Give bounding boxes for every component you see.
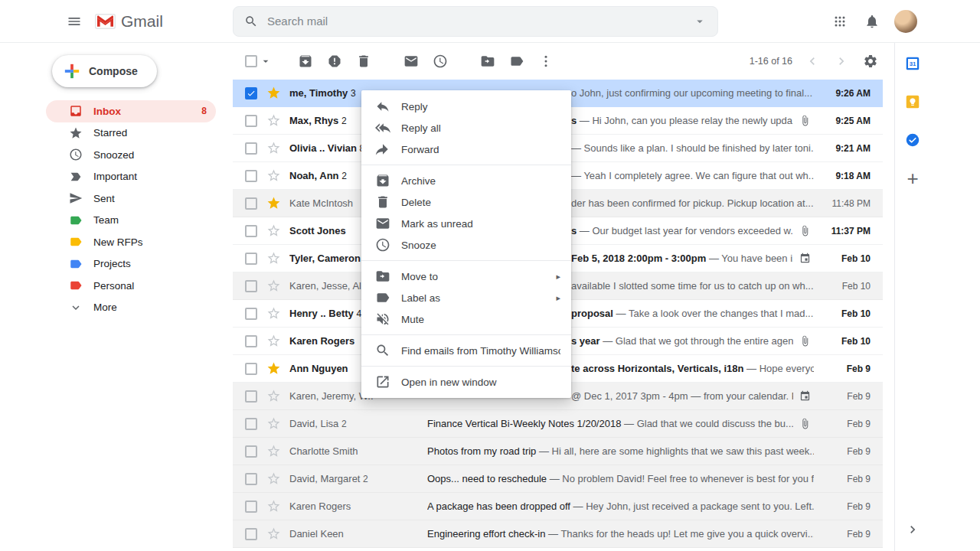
snoozed-icon	[69, 148, 83, 161]
row-checkbox[interactable]	[245, 363, 257, 375]
newer-button[interactable]	[805, 54, 820, 69]
row-checkbox[interactable]	[245, 225, 257, 237]
star-filled-icon[interactable]	[266, 196, 281, 210]
calendar-panel-button[interactable]: 31	[906, 57, 920, 70]
row-checkbox[interactable]	[245, 170, 257, 182]
email-row[interactable]: Charlotte SmithPhotos from my road trip …	[233, 438, 883, 465]
row-checkbox[interactable]	[245, 115, 257, 127]
search-options-icon[interactable]	[693, 15, 707, 28]
sidebar-item-team[interactable]: Team	[46, 210, 216, 232]
star-outline-icon[interactable]	[266, 279, 281, 293]
email-row[interactable]: Karen RogersA package has been dropped o…	[233, 493, 883, 520]
tasks-panel-button[interactable]	[906, 133, 920, 147]
menu-divider	[361, 366, 571, 367]
mark-as-read-button[interactable]	[403, 54, 419, 69]
menu-item-archive[interactable]: Archive	[361, 170, 571, 191]
main-menu-button[interactable]	[64, 11, 84, 31]
menu-item-reply-all[interactable]: Reply all	[361, 117, 571, 139]
star-filled-icon[interactable]	[266, 361, 281, 376]
row-checkbox[interactable]	[245, 418, 257, 430]
row-checkbox[interactable]	[245, 390, 257, 403]
sidebar-item-new-rfps[interactable]: New RFPs	[46, 231, 216, 253]
delete-button[interactable]	[356, 54, 371, 69]
user-avatar[interactable]	[894, 10, 917, 33]
menu-item-label: Snooze	[401, 240, 560, 251]
settings-button[interactable]	[863, 54, 878, 69]
gmail-logo[interactable]: Gmail	[95, 12, 163, 31]
compose-button[interactable]: Compose	[52, 55, 157, 87]
labels-button[interactable]	[509, 54, 524, 69]
email-row[interactable]: David, Lisa 2Finance Vertical Bi-Weekly …	[233, 410, 883, 438]
row-checkbox[interactable]	[245, 445, 257, 458]
row-checkbox[interactable]	[245, 335, 257, 347]
sidebar-item-more[interactable]: More	[46, 297, 216, 319]
menu-item-delete[interactable]: Delete	[361, 191, 571, 213]
star-outline-icon[interactable]	[266, 168, 281, 183]
email-row[interactable]: David, Margaret 2Oops... need to resched…	[233, 465, 883, 493]
label-as-icon	[375, 290, 390, 305]
keep-panel-button[interactable]	[906, 95, 920, 109]
notifications-bell-button[interactable]	[862, 11, 882, 31]
row-checkbox[interactable]	[245, 500, 257, 513]
unread-count: 8	[201, 106, 207, 116]
star-outline-icon[interactable]	[266, 416, 281, 431]
row-checkbox[interactable]	[245, 280, 257, 292]
menu-item-mute[interactable]: Mute	[361, 308, 571, 330]
sidebar-item-important[interactable]: Important	[46, 166, 216, 188]
menu-item-find-emails-from-timothy-williamson[interactable]: Find emails from Timothy Williamson	[361, 340, 571, 361]
row-checkbox[interactable]	[245, 197, 257, 210]
row-checkbox[interactable]	[245, 308, 257, 320]
menu-item-forward[interactable]: Forward	[361, 139, 571, 160]
select-dropdown-icon[interactable]	[260, 55, 272, 67]
select-all-checkbox[interactable]	[245, 55, 257, 67]
menu-item-label-as[interactable]: Label as▸	[361, 287, 571, 308]
row-checkbox[interactable]	[245, 473, 257, 485]
menu-item-mark-as-unread[interactable]: Mark as unread	[361, 213, 571, 234]
star-outline-icon[interactable]	[266, 141, 281, 155]
apps-grid-button[interactable]	[830, 11, 850, 31]
search-bar[interactable]	[233, 6, 718, 37]
star-outline-icon[interactable]	[266, 251, 281, 266]
search-icon[interactable]	[244, 15, 258, 28]
sidebar-item-starred[interactable]: Starred	[46, 122, 216, 145]
star-outline-icon[interactable]	[266, 471, 281, 486]
menu-item-snooze[interactable]: Snooze	[361, 234, 571, 256]
star-outline-icon[interactable]	[266, 499, 281, 514]
menu-item-open-in-new-window[interactable]: Open in new window	[361, 371, 571, 393]
sidebar-item-sent[interactable]: Sent	[46, 187, 216, 210]
menu-item-reply[interactable]: Reply	[361, 96, 571, 117]
subject-snippet: Oops... need to reschedule — No problem …	[427, 473, 814, 484]
timestamp: Feb 9	[814, 446, 871, 457]
get-addons-button[interactable]: +	[906, 171, 920, 185]
more-options-button[interactable]	[538, 54, 554, 69]
star-outline-icon[interactable]	[266, 389, 281, 403]
row-checkbox[interactable]	[245, 528, 257, 540]
star-outline-icon[interactable]	[266, 444, 281, 458]
list-toolbar: 1-16 of 16	[233, 43, 883, 80]
menu-item-label: Forward	[401, 144, 560, 155]
archive-button[interactable]	[298, 54, 313, 69]
star-outline-icon[interactable]	[266, 306, 281, 321]
row-checkbox[interactable]	[245, 87, 257, 99]
collapse-panel-button[interactable]	[905, 522, 920, 540]
sidebar-item-snoozed[interactable]: Snoozed	[46, 144, 216, 166]
calendar-app-icon: 31	[906, 57, 920, 70]
move-to-button[interactable]	[480, 54, 495, 69]
older-button[interactable]	[834, 54, 849, 69]
row-checkbox[interactable]	[245, 142, 257, 155]
star-outline-icon[interactable]	[266, 527, 281, 541]
star-outline-icon[interactable]	[266, 223, 281, 238]
sidebar-item-projects[interactable]: Projects	[46, 253, 216, 276]
star-outline-icon[interactable]	[266, 334, 281, 348]
search-input[interactable]	[267, 15, 693, 28]
sidebar-item-personal[interactable]: Personal	[46, 275, 216, 297]
sidebar-item-inbox[interactable]: Inbox8	[46, 100, 216, 122]
star-filled-icon[interactable]	[266, 86, 281, 100]
star-outline-icon[interactable]	[266, 113, 281, 128]
menu-divider	[361, 165, 571, 165]
email-row[interactable]: Daniel KeenEngineering effort check-in —…	[233, 520, 883, 548]
snooze-button[interactable]	[433, 54, 448, 69]
menu-item-move-to[interactable]: Move to▸	[361, 266, 571, 287]
report-spam-button[interactable]	[327, 54, 342, 69]
row-checkbox[interactable]	[245, 253, 257, 265]
